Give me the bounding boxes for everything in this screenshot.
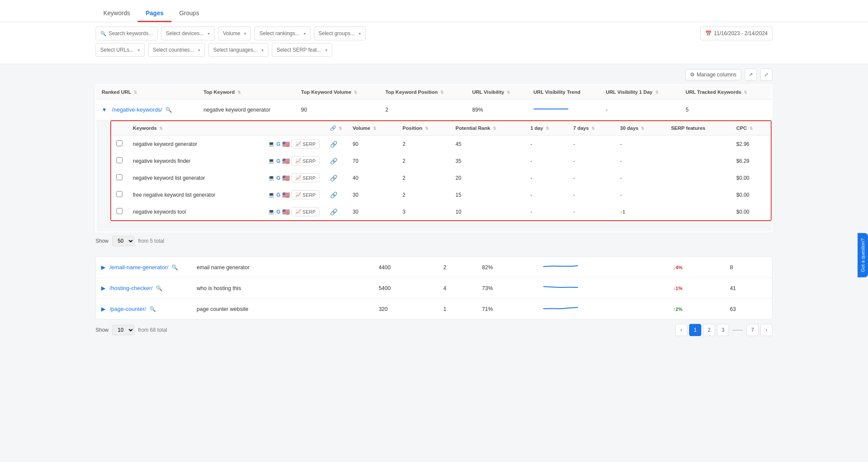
serp-button[interactable]: 📈 SERP (291, 190, 320, 199)
manage-columns-button[interactable]: ⚙ Manage columns (685, 69, 741, 80)
url-visibility-1day-cell: ↑2% (668, 299, 725, 320)
ranked-url-link[interactable]: /hosting-checker/ (109, 285, 152, 291)
row-checkbox[interactable] (116, 208, 122, 214)
chart-icon: 📈 (295, 141, 301, 147)
serp-button[interactable]: 📈 SERP (291, 139, 320, 148)
show-select-top[interactable]: 50 (112, 236, 135, 246)
ranked-url-link[interactable]: /negative-keywords/ (112, 106, 162, 113)
row-checkbox[interactable] (116, 191, 122, 197)
other-urls-table: ▶ /email-name-generator/ 🔍 email name ge… (96, 257, 772, 319)
potential-rank-cell: 20 (450, 169, 525, 186)
search-input[interactable]: 🔍 Search keywords... (96, 26, 158, 40)
cpc-cell: $0.00 (731, 169, 771, 186)
google-icon: G (276, 175, 280, 181)
expand-icon[interactable]: ▶ (101, 285, 106, 291)
search-link-icon[interactable]: 🔍 (165, 107, 172, 113)
desktop-icon: 💻 (268, 158, 274, 164)
link-cell: 🔗 (325, 186, 347, 203)
top-kw-position-cell: 2 (438, 257, 477, 278)
devices-filter[interactable]: Select devices... ▾ (161, 26, 215, 40)
prev-page-button[interactable]: ‹ (675, 324, 687, 336)
link-col-icon: 🔗 (330, 125, 336, 131)
keywords-header-row: Keywords ⇅ 🔗 ⇅ (111, 121, 771, 135)
keywords-table-row: free negative keyword list generator 💻 G… (111, 186, 771, 203)
link-icon[interactable]: 🔗 (330, 158, 337, 165)
serp-features-filter[interactable]: Select SERP feat... ▾ (272, 43, 332, 57)
ranked-url-link[interactable]: /page-counter/ (109, 306, 146, 312)
row-checkbox[interactable] (116, 174, 122, 180)
rankings-filter[interactable]: Select rankings... ▾ (254, 26, 310, 40)
sort-icon: ⇅ (373, 126, 376, 131)
help-button[interactable]: Got a question? (858, 233, 868, 277)
serp-button[interactable]: 📈 SERP (291, 173, 320, 182)
tab-pages[interactable]: Pages (138, 5, 171, 22)
table-header-row: Ranked URL ⇅ Top Keyword ⇅ Top Keyword V… (96, 85, 772, 99)
sort-icon: ⇅ (546, 126, 549, 131)
search-link-icon[interactable]: 🔍 (149, 306, 156, 312)
link-icon[interactable]: 🔗 (330, 208, 337, 215)
link-icon[interactable]: 🔗 (330, 141, 337, 148)
google-icon: G (276, 141, 280, 147)
row-checkbox[interactable] (116, 157, 122, 163)
filters-row-2: Select URLs... ▾ Select countries... ▾ S… (96, 43, 772, 57)
fullscreen-button[interactable]: ⤢ (760, 69, 772, 81)
top-kw-volume-cell: 4400 (373, 257, 438, 278)
bottom-table-wrap: ▶ /email-name-generator/ 🔍 email name ge… (96, 257, 772, 320)
collapse-icon[interactable]: ▼ (102, 107, 107, 113)
potential-rank-cell: 10 (450, 203, 525, 220)
position-cell: 3 (397, 203, 450, 220)
table-row: ▶ /email-name-generator/ 🔍 email name ge… (96, 257, 772, 278)
page-3-button[interactable]: 3 (717, 324, 729, 336)
next-page-button[interactable]: › (760, 324, 772, 336)
search-link-icon[interactable]: 🔍 (156, 285, 162, 291)
serp-button[interactable]: 📈 SERP (291, 156, 320, 165)
day30-cell: ↑1 (615, 203, 666, 220)
day1-cell: - (525, 135, 568, 153)
tab-groups[interactable]: Groups (172, 5, 207, 22)
page-1-button[interactable]: 1 (689, 324, 701, 336)
url-visibility-trend-cell (528, 99, 601, 120)
day1-cell: - (525, 203, 568, 220)
show-select-bottom[interactable]: 10 (112, 325, 135, 335)
expand-icon: ⤢ (764, 72, 769, 78)
chevron-down-icon: ▾ (359, 31, 361, 36)
serp-button[interactable]: 📈 SERP (291, 207, 320, 216)
tab-keywords[interactable]: Keywords (96, 5, 138, 22)
sort-icon: ⇅ (655, 90, 659, 95)
desktop-icon: 💻 (268, 192, 274, 198)
date-range-filter[interactable]: 📅 11/16/2023 - 2/14/2024 (700, 26, 772, 40)
search-link-icon[interactable]: 🔍 (172, 264, 178, 271)
col-link: 🔗 ⇅ (325, 121, 347, 135)
link-icon[interactable]: 🔗 (330, 175, 337, 182)
chart-icon: 📈 (295, 192, 301, 198)
col-serp: SERP features (666, 121, 731, 135)
table-row: ▶ /hosting-checker/ 🔍 who is hosting thi… (96, 278, 772, 299)
row-checkbox[interactable] (116, 140, 122, 146)
sort-icon: ⇅ (339, 126, 342, 131)
expand-icon[interactable]: ▶ (101, 306, 106, 312)
languages-filter[interactable]: Select languages... ▾ (208, 43, 268, 57)
col-cpc: CPC ⇅ (731, 121, 771, 135)
main-content: ⚙ Manage columns ↗ ⤢ Ranked URL ⇅ Top Ke (0, 64, 868, 345)
potential-rank-cell: 35 (450, 152, 525, 169)
volume-filter[interactable]: Volume ▾ (218, 26, 251, 40)
url-tracked-keywords-cell: 8 (725, 257, 772, 278)
top-keyword-cell: negative keyword generator (198, 99, 296, 120)
last-page-button[interactable]: 7 (746, 324, 759, 336)
table-row: ▶ /page-counter/ 🔍 page counter website … (96, 299, 772, 320)
col-position: Position ⇅ (397, 121, 450, 135)
export-button[interactable]: ↗ (745, 69, 757, 81)
sort-icon: ⇅ (507, 90, 510, 95)
urls-filter[interactable]: Select URLs... ▾ (96, 43, 145, 57)
flag-icon: 🇺🇸 (282, 141, 290, 148)
ranked-url-link[interactable]: /email-name-generator/ (109, 264, 168, 271)
col-checkbox (111, 121, 128, 135)
page-2-button[interactable]: 2 (703, 324, 715, 336)
trend-sparkline (543, 261, 578, 272)
link-icon[interactable]: 🔗 (330, 191, 337, 198)
expand-icon[interactable]: ▶ (101, 264, 106, 271)
groups-filter[interactable]: Select groups... ▾ (314, 26, 366, 40)
volume-cell: 90 (347, 135, 397, 153)
bottom-show-row: Show 10 from 68 total ‹ 1 2 3 —— 7 › (96, 320, 772, 336)
countries-filter[interactable]: Select countries... ▾ (148, 43, 205, 57)
